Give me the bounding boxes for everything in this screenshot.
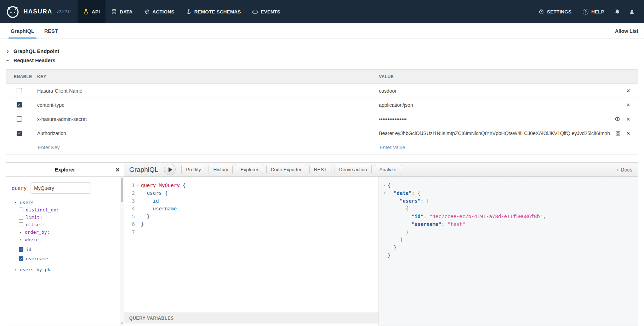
nav-item-remote-schemas[interactable]: REMOTE SCHEMAS xyxy=(180,0,247,23)
column-key: KEY xyxy=(37,74,379,79)
line-number: 3 xyxy=(124,197,135,205)
response-line: ] xyxy=(382,236,638,244)
flask-icon xyxy=(83,9,89,14)
explorer-scrollbar[interactable]: ▾ xyxy=(120,177,124,326)
explorer-arg-where[interactable]: ▸where: xyxy=(10,236,120,243)
new-header-key-input[interactable] xyxy=(37,144,352,151)
header-key: content-type xyxy=(37,102,379,108)
nav-item-help[interactable]: ? HELP xyxy=(577,0,610,23)
explorer-arg-order_by[interactable]: ▸order_by: xyxy=(10,228,120,236)
header-enabled-checkbox[interactable]: ✓ xyxy=(17,102,22,107)
explorer-arg-offset[interactable]: offset: xyxy=(10,221,120,228)
explorer-field-id[interactable]: ✓id xyxy=(10,245,120,254)
history-button[interactable]: History xyxy=(209,165,233,174)
hasura-logo[interactable]: HASURA v2.22.0 xyxy=(6,0,70,23)
execute-query-button[interactable] xyxy=(164,164,176,175)
response-line: } xyxy=(382,244,638,251)
database-icon xyxy=(111,9,117,14)
arg-label: distinct_on: xyxy=(26,206,59,214)
graphql-endpoint-toggle[interactable]: › GraphQL Endpoint xyxy=(6,47,638,56)
explorer-field-users_by_pk[interactable]: ▸users_by_pk xyxy=(10,266,120,273)
anchor-icon xyxy=(186,9,192,14)
fold-gutter xyxy=(382,228,388,236)
fold-gutter xyxy=(382,251,388,259)
analyze-button[interactable]: Analyze xyxy=(375,165,401,174)
header-value: casdoor xyxy=(379,88,621,94)
eye-icon[interactable] xyxy=(615,116,621,122)
response-line: "id": "4ec7ccee-ec7b-4191-a78d-e11f50686… xyxy=(382,213,638,220)
explorer-field-users[interactable]: ▾users xyxy=(10,199,120,206)
fold-arrow-icon: ▾ xyxy=(382,189,388,197)
header-enabled-checkbox[interactable] xyxy=(17,116,22,122)
version-label: v2.22.0 xyxy=(57,9,70,14)
remove-header-icon[interactable]: × xyxy=(626,88,630,94)
graphiql-main: GraphiQL PrettifyHistoryExplorerCode Exp… xyxy=(124,163,638,326)
remove-header-icon[interactable]: × xyxy=(626,130,630,136)
derive-action-button[interactable]: Derive action xyxy=(335,165,372,174)
arg-checkbox[interactable] xyxy=(19,215,23,220)
response-lines: ▾{▾ "data": { "users": [ { "id": "4ec7cc… xyxy=(382,181,638,259)
editor-line: 1▾query MyQuery { xyxy=(124,181,378,189)
docs-label: Docs xyxy=(621,167,632,173)
explorer-arg-limit[interactable]: limit: xyxy=(10,214,120,221)
tab-graphiql[interactable]: GraphiQL xyxy=(6,23,39,39)
nav-item-label: ACTIONS xyxy=(153,9,175,14)
fold-gutter xyxy=(382,244,388,251)
close-explorer-icon[interactable]: × xyxy=(115,165,120,174)
chevron-left-icon: ‹ xyxy=(617,167,619,173)
arg-checkbox[interactable] xyxy=(19,208,23,212)
operation-name-input[interactable] xyxy=(30,182,91,194)
query-variables-bar[interactable]: QUERY VARIABLES xyxy=(124,313,378,324)
field-checkbox[interactable]: ✓ xyxy=(19,247,23,252)
nav-item-label: EVENTS xyxy=(261,9,280,14)
explorer-button[interactable]: Explorer xyxy=(236,165,263,174)
main-menu: API DATA ACTIONS REMOTE SCHEMAS EVENTS xyxy=(78,0,286,23)
line-number: 2 xyxy=(124,189,135,197)
nav-item-api[interactable]: API xyxy=(78,0,106,23)
expand-arrow-icon: ▾ xyxy=(14,199,17,206)
section-title: GraphQL Endpoint xyxy=(13,48,59,54)
arg-checkbox[interactable] xyxy=(19,222,23,227)
graphiql-panel: Explorer × query ▾usersdistinct_on:limit… xyxy=(6,162,638,326)
expand-arrow-icon: ▸ xyxy=(14,266,17,273)
tab-label: GraphiQL xyxy=(11,28,34,34)
nav-item-data[interactable]: DATA xyxy=(106,0,138,23)
rest-button[interactable]: REST xyxy=(309,165,331,174)
docs-link[interactable]: ‹ Docs xyxy=(617,167,632,173)
field-checkbox[interactable]: ✓ xyxy=(19,256,23,261)
play-icon xyxy=(169,167,172,172)
query-editor[interactable]: 1▾query MyQuery {2 users {3 id4 username… xyxy=(124,177,379,326)
remove-header-icon[interactable]: × xyxy=(626,102,630,108)
query-variables-label: QUERY VARIABLES xyxy=(129,316,174,321)
explorer-arg-distinct_on[interactable]: distinct_on: xyxy=(10,206,120,214)
allow-list-link[interactable]: Allow List xyxy=(615,28,638,34)
help-icon: ? xyxy=(583,9,588,14)
nav-item-events[interactable]: EVENTS xyxy=(246,0,286,23)
notifications-button[interactable] xyxy=(610,0,625,23)
prettify-button[interactable]: Prettify xyxy=(181,165,205,174)
graphiql-title: GraphiQL xyxy=(129,166,158,174)
request-headers-toggle[interactable]: › Request Headers xyxy=(6,56,638,65)
remove-header-icon[interactable]: × xyxy=(626,116,630,122)
nav-item-settings[interactable]: SETTINGS xyxy=(533,0,577,23)
headers-table-body: Hasura-Client-Namecasdoor×✓content-typea… xyxy=(6,84,638,140)
decode-jwt-icon[interactable] xyxy=(615,131,621,136)
editor-line: 5 } xyxy=(124,213,378,220)
scrollbar-down-arrow[interactable]: ▾ xyxy=(120,321,124,325)
explorer-field-username[interactable]: ✓username xyxy=(10,254,120,263)
header-enabled-checkbox[interactable]: ✓ xyxy=(17,131,22,136)
hasura-logo-icon xyxy=(6,5,20,19)
column-value: VALUE xyxy=(379,74,638,79)
new-header-value-input[interactable] xyxy=(379,144,610,151)
explorer-body: query ▾usersdistinct_on:limit:offset:▸or… xyxy=(6,177,124,273)
arg-label: offset: xyxy=(26,221,45,228)
graphiql-toolbar: GraphiQL PrettifyHistoryExplorerCode Exp… xyxy=(124,163,638,177)
code-exporter-button[interactable]: Code Exporter xyxy=(266,165,306,174)
tab-rest[interactable]: REST xyxy=(39,23,63,39)
header-enabled-checkbox[interactable] xyxy=(17,88,22,93)
header-row: ✓content-typeapplication/json× xyxy=(6,98,638,112)
user-menu-button[interactable] xyxy=(625,0,639,23)
nav-item-actions[interactable]: ACTIONS xyxy=(138,0,180,23)
scrollbar-thumb[interactable] xyxy=(121,178,123,202)
nav-right: SETTINGS ? HELP xyxy=(533,0,644,23)
